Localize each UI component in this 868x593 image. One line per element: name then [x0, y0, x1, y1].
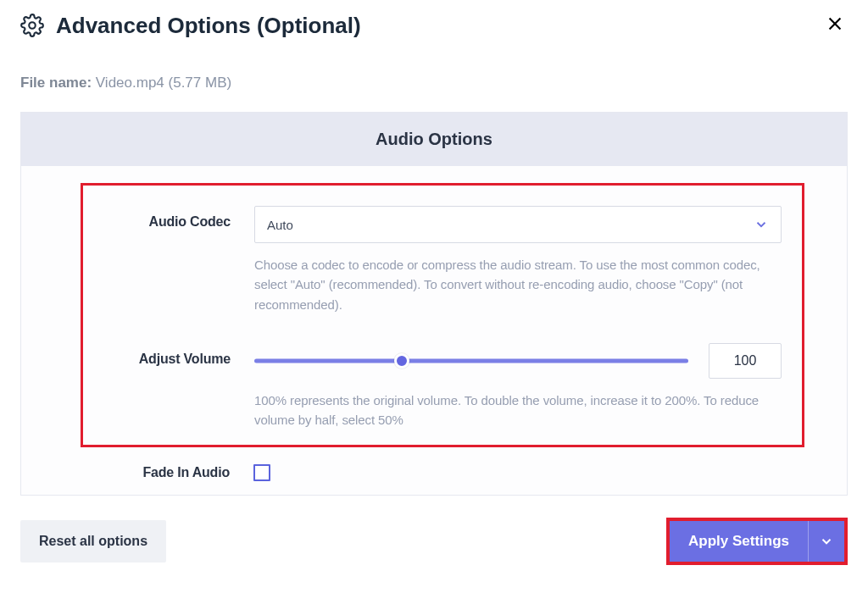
apply-button-group: Apply Settings [666, 518, 848, 565]
options-panel: Audio Options Audio Codec Auto Choose a … [20, 112, 848, 496]
volume-slider[interactable] [254, 351, 688, 371]
fade-in-label: Fade In Audio [103, 465, 230, 480]
header-left: Advanced Options (Optional) [20, 13, 361, 39]
adjust-volume-row: Adjust Volume 100% represents the origin… [103, 343, 782, 430]
slider-track [254, 358, 688, 363]
audio-codec-label: Audio Codec [103, 206, 231, 230]
svg-point-0 [29, 22, 35, 28]
volume-value-input[interactable] [709, 343, 782, 379]
section-title: Audio Options [21, 113, 847, 166]
reset-button[interactable]: Reset all options [20, 520, 166, 563]
audio-codec-row: Audio Codec Auto Choose a codec to encod… [103, 206, 782, 314]
close-icon [826, 14, 844, 33]
dialog-footer: Reset all options Apply Settings [20, 518, 848, 565]
fade-in-row: Fade In Audio [81, 464, 804, 481]
volume-help: 100% represents the original volume. To … [254, 391, 782, 430]
file-info: File name: Video.mp4 (5.77 MB) [20, 75, 848, 91]
chevron-down-icon [754, 217, 769, 232]
gear-icon [20, 14, 44, 37]
apply-button[interactable]: Apply Settings [670, 521, 808, 562]
file-size: (5.77 MB) [169, 75, 232, 91]
close-button[interactable] [822, 10, 848, 41]
page-title: Advanced Options (Optional) [56, 13, 361, 39]
options-body: Audio Codec Auto Choose a codec to encod… [21, 166, 847, 495]
file-name: Video.mp4 [96, 75, 164, 91]
slider-thumb[interactable] [394, 353, 409, 369]
audio-codec-value: Auto [267, 218, 293, 232]
dialog-header: Advanced Options (Optional) [20, 10, 848, 41]
apply-dropdown-button[interactable] [808, 521, 844, 562]
chevron-down-icon [819, 534, 834, 549]
highlight-group: Audio Codec Auto Choose a codec to encod… [81, 183, 804, 447]
audio-codec-help: Choose a codec to encode or compress the… [254, 255, 782, 314]
adjust-volume-label: Adjust Volume [103, 343, 231, 367]
file-label: File name: [20, 75, 92, 91]
audio-codec-select[interactable]: Auto [254, 206, 782, 243]
fade-in-checkbox[interactable] [253, 464, 270, 481]
